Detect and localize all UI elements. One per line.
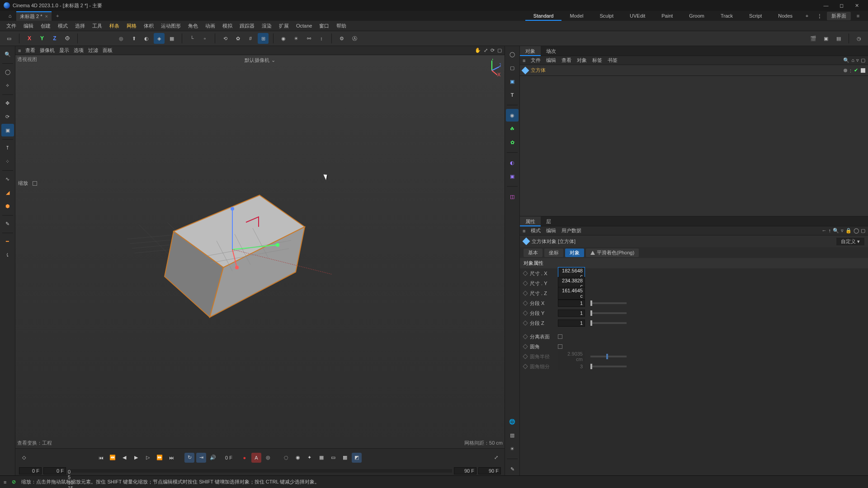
goto-start-button[interactable]: ⏮ <box>96 453 106 463</box>
layout-tab-sculpt[interactable]: Sculpt <box>591 11 622 21</box>
tab-attributes[interactable]: 属性 <box>520 216 541 226</box>
brush-tool[interactable]: ✎ <box>1 217 14 230</box>
next-frame-button[interactable]: ▷ <box>143 453 153 463</box>
menu-动画[interactable]: 动画 <box>202 21 219 31</box>
placement-tool[interactable]: ⤒ <box>1 141 14 154</box>
menu-创建[interactable]: 创建 <box>37 21 54 31</box>
layout-tab-paint[interactable]: Paint <box>653 11 681 21</box>
sound-button[interactable]: 🔊 <box>208 453 218 463</box>
rotate-tool[interactable]: ⟳ <box>1 110 14 123</box>
lasso-tool[interactable]: ✧ <box>1 79 14 92</box>
om-menu-edit[interactable]: 编辑 <box>546 57 556 64</box>
viewport-menu-view[interactable]: 查看 <box>25 47 35 54</box>
layout-tab-track[interactable]: Track <box>712 11 741 21</box>
seg-z-input[interactable]: 1 <box>558 319 585 327</box>
key-position-button[interactable]: ◌ <box>281 453 291 463</box>
play-button[interactable]: ▶ <box>131 453 141 463</box>
move-mode-button[interactable]: ⬆ <box>128 33 139 44</box>
minimize-button[interactable]: — <box>818 0 834 11</box>
auto-button[interactable]: Ⓐ <box>349 33 360 44</box>
om-home-icon[interactable]: ⌂ <box>851 57 854 63</box>
symmetry-button[interactable]: ⚯ <box>303 33 314 44</box>
viewport-menu-panel[interactable]: 面板 <box>103 47 113 54</box>
misc-tool-1[interactable]: ━ <box>1 235 14 248</box>
coord-button-2[interactable]: ▫ <box>199 33 210 44</box>
coord-button[interactable]: └ <box>187 33 198 44</box>
axis-y-toggle[interactable]: Y <box>37 33 47 44</box>
loop-button[interactable]: ↻ <box>184 453 194 463</box>
range-end[interactable]: 90 F <box>454 467 476 474</box>
menu-Octane[interactable]: Octane <box>292 22 316 30</box>
om-menu-view[interactable]: 查看 <box>561 57 571 64</box>
interface-chip[interactable]: 新界面 <box>827 12 851 20</box>
content-browser-icon[interactable]: 🌐 <box>506 415 519 428</box>
prev-frame-button[interactable]: ◀ <box>119 453 129 463</box>
attr-mode-select[interactable]: 自定义 ▾ <box>836 238 864 245</box>
om-search-icon[interactable]: 🔍 <box>843 57 849 63</box>
viewport-pan-icon[interactable]: ✋ <box>475 47 481 53</box>
goto-end-button[interactable]: ⏭ <box>166 453 176 463</box>
render-settings-button[interactable]: ▤ <box>833 33 844 44</box>
scene-palette-icon[interactable]: ◫ <box>506 190 519 203</box>
seg-x-slider[interactable] <box>590 302 627 304</box>
menu-网格[interactable]: 网格 <box>123 21 140 31</box>
om-menu-object[interactable]: 对象 <box>577 57 587 64</box>
key-rotation-button[interactable]: ◉ <box>293 453 303 463</box>
key-select-button[interactable]: ◎ <box>263 453 273 463</box>
polygon-tool[interactable]: ⬢ <box>1 200 14 212</box>
layout-tab-groom[interactable]: Groom <box>681 11 712 21</box>
attr-menu-mode[interactable]: 模式 <box>531 227 541 234</box>
viewport-zoom-icon[interactable]: ⤢ <box>484 47 488 53</box>
viewport-camera-label[interactable]: 默认摄像机 ⌄ <box>245 57 275 64</box>
keyframe-icon[interactable] <box>523 320 528 325</box>
seg-x-input[interactable]: 1 <box>558 300 585 307</box>
add-layout-button[interactable]: + <box>801 13 813 19</box>
timeline-track[interactable]: 051015202530354045505560657075808590 <box>68 469 452 473</box>
layout-menu-icon[interactable]: ≡ <box>852 13 864 19</box>
axis-x-toggle[interactable]: X <box>24 33 35 44</box>
light-manager-icon[interactable]: ☀ <box>506 442 519 455</box>
menu-角色[interactable]: 角色 <box>184 21 202 31</box>
edit-icon[interactable]: ✎ <box>506 463 519 475</box>
om-filter-icon[interactable]: ▿ <box>856 57 859 63</box>
workplane-button[interactable]: ▦ <box>166 33 177 44</box>
attr-new-icon[interactable]: ◯ <box>854 228 859 234</box>
phong-tag-icon[interactable] <box>861 68 865 73</box>
points-tool[interactable]: ⁘ <box>1 155 14 168</box>
viewport-max-icon[interactable]: ▢ <box>497 47 502 53</box>
document-tab[interactable]: 未标题 2 * × <box>16 11 52 21</box>
layout-tab-uvedit[interactable]: UVEdit <box>622 11 653 21</box>
search-icon[interactable]: 🔍 <box>1 48 14 61</box>
viewport-orbit-icon[interactable]: ⟳ <box>491 47 495 53</box>
viewport-menu-icon[interactable]: ≡ <box>18 48 21 53</box>
layout-tab-standard[interactable]: Standard <box>525 11 562 21</box>
text-palette-icon[interactable]: T <box>506 89 519 101</box>
menu-工具[interactable]: 工具 <box>89 21 106 31</box>
range-end-max[interactable]: 90 F <box>478 467 501 474</box>
select-mode-button[interactable]: ◎ <box>116 33 127 44</box>
autokey-button[interactable]: A <box>251 453 261 463</box>
key-pla-button[interactable]: ▭ <box>328 453 338 463</box>
pill-0[interactable]: 基本 <box>524 249 542 257</box>
quantize-button[interactable]: ⊞ <box>258 33 269 44</box>
keyframe-icon[interactable] <box>523 334 528 339</box>
new-tab-button[interactable]: + <box>56 13 59 19</box>
range-start-min[interactable]: 0 F <box>19 467 42 474</box>
pill-1[interactable]: 坐标 <box>544 249 563 257</box>
menu-渲染[interactable]: 渲染 <box>258 21 275 31</box>
key-scale-button[interactable]: ✦ <box>305 453 315 463</box>
menu-跟踪器[interactable]: 跟踪器 <box>236 21 258 31</box>
prev-key-button[interactable]: ⏪ <box>108 453 118 463</box>
attr-menu-edit[interactable]: 编辑 <box>546 227 556 234</box>
deformer-palette-icon[interactable]: ✿ <box>506 136 519 149</box>
spline-tool[interactable]: ∿ <box>1 173 14 185</box>
viewport-menu-display[interactable]: 显示 <box>59 47 69 54</box>
home-icon[interactable]: ⌂ <box>4 13 16 19</box>
generator-palette-icon[interactable]: ◉ <box>506 109 519 122</box>
knife-tool[interactable]: ◢ <box>1 186 14 199</box>
axis-z-toggle[interactable]: Z <box>49 33 60 44</box>
range-start[interactable]: 0 F <box>43 467 66 474</box>
attr-fwd-icon[interactable]: ↑ <box>829 228 831 234</box>
menu-样条[interactable]: 样条 <box>106 21 123 31</box>
maximize-button[interactable]: ◻ <box>834 0 849 11</box>
